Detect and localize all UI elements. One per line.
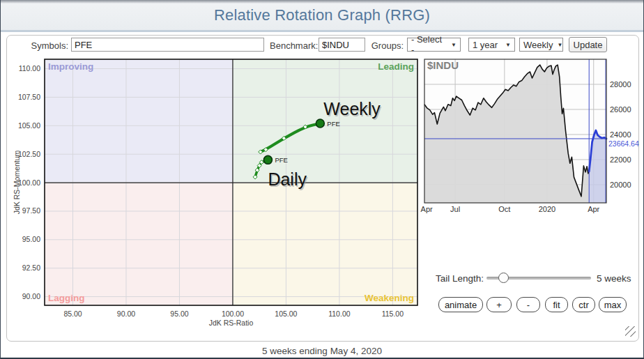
groups-select-value: - Select - <box>411 34 447 55</box>
groups-select[interactable]: - Select - ▼ <box>407 38 461 52</box>
zoom-out-button[interactable]: - <box>516 297 540 312</box>
groups-label: Groups: <box>369 40 404 51</box>
frequency-select[interactable]: Weekly ▼ <box>519 38 563 52</box>
tail-length-slider[interactable] <box>486 273 591 284</box>
symbols-label: Symbols: <box>22 40 68 51</box>
status-text: 5 weeks ending May 4, 2020 <box>262 346 382 356</box>
max-button[interactable]: max <box>599 297 627 312</box>
ctr-button[interactable]: ctr <box>572 297 595 312</box>
frequency-select-value: Weekly <box>523 40 553 50</box>
page-title: Relative Rotation Graph (RRG) <box>214 6 430 24</box>
benchmark-input[interactable] <box>319 38 365 52</box>
symbols-input[interactable] <box>71 38 264 52</box>
zoom-in-button[interactable]: + <box>486 297 512 312</box>
slider-thumb[interactable] <box>498 273 509 283</box>
fit-button[interactable]: fit <box>545 297 568 312</box>
header-divider <box>1 30 643 32</box>
rrg-app: Relative Rotation Graph (RRG) 85.0090.00… <box>0 0 644 359</box>
status-bar: 5 weeks ending May 4, 2020 <box>1 344 643 357</box>
main-panel <box>6 35 639 342</box>
update-button[interactable]: Update <box>569 37 607 52</box>
window-top-edge <box>1 0 643 3</box>
tail-length-value: 5 weeks <box>597 273 631 284</box>
animate-button[interactable]: animate <box>438 297 483 312</box>
dropdown-arrow-icon: ▼ <box>557 42 562 48</box>
period-select-value: 1 year <box>473 40 498 50</box>
app-header: Relative Rotation Graph (RRG) <box>1 0 643 30</box>
tail-length-label: Tail Length: <box>436 273 484 284</box>
dropdown-arrow-icon: ▼ <box>505 42 511 48</box>
benchmark-label: Benchmark: <box>270 40 316 51</box>
dropdown-arrow-icon: ▼ <box>451 42 457 48</box>
resize-handle-icon[interactable] <box>625 326 636 337</box>
period-select[interactable]: 1 year ▼ <box>468 38 515 52</box>
